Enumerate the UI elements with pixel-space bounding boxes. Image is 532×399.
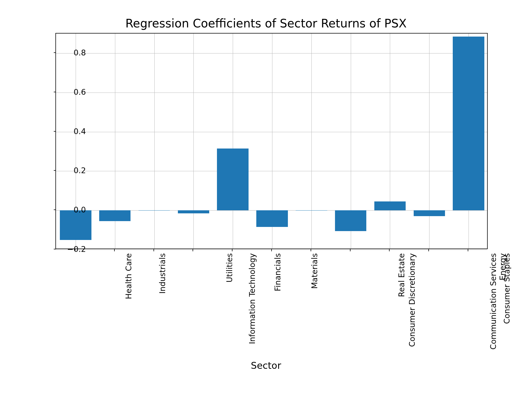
plot-wrap: Regression Coefficients Sector −0.20.00.… — [33, 33, 499, 252]
x-tick — [232, 249, 232, 251]
x-tick — [350, 249, 351, 251]
grid-line-horizontal — [56, 53, 487, 53]
chart-bar — [99, 210, 131, 221]
x-tick — [311, 249, 311, 251]
x-tick — [193, 249, 193, 251]
y-tick — [54, 131, 56, 132]
x-tick — [271, 249, 272, 251]
chart-bar — [335, 210, 366, 231]
grid-line-vertical — [311, 34, 312, 249]
y-tick — [54, 170, 56, 171]
y-tick-label: 0.0 — [73, 205, 86, 214]
grid-line-vertical — [390, 34, 390, 249]
y-tick — [54, 52, 56, 53]
chart-bar — [296, 210, 327, 211]
x-tick-label: Real Estate — [397, 253, 406, 297]
y-tick-label: 0.2 — [73, 166, 86, 175]
chart-container: Regression Coefficients of Sector Return… — [33, 17, 499, 382]
grid-line-vertical — [193, 34, 194, 249]
x-tick — [114, 249, 115, 251]
x-tick-label: Consumer Discretionary — [408, 253, 417, 347]
grid-line-horizontal — [56, 132, 487, 132]
y-tick — [54, 249, 56, 249]
x-tick-label: Communication Services — [489, 253, 498, 350]
x-tick-label: Materials — [310, 253, 319, 289]
x-tick-label: Energy — [498, 253, 507, 280]
x-tick — [468, 249, 468, 251]
x-tick-label: Utilities — [225, 253, 234, 282]
chart-bar — [139, 210, 170, 211]
y-tick — [54, 92, 56, 92]
grid-line-horizontal — [56, 93, 487, 93]
grid-line-horizontal — [56, 171, 487, 171]
plot-area — [55, 33, 488, 249]
grid-line-vertical — [233, 34, 233, 249]
y-tick-label: 0.4 — [73, 127, 86, 136]
chart-title: Regression Coefficients of Sector Return… — [33, 17, 499, 30]
grid-line-vertical — [429, 34, 429, 249]
x-tick — [154, 249, 154, 251]
chart-bar — [60, 210, 91, 240]
x-tick — [389, 249, 390, 251]
chart-bar — [256, 210, 288, 227]
x-tick-label: Information Technology — [247, 253, 257, 344]
grid-line-vertical — [154, 34, 155, 249]
y-tick-label: −0.2 — [67, 245, 86, 254]
x-tick-label: Health Care — [124, 253, 133, 299]
y-tick — [54, 209, 56, 210]
x-tick-label: Financials — [273, 253, 282, 291]
x-tick-label: Industrials — [158, 253, 167, 294]
chart-bar — [374, 201, 406, 210]
x-tick — [428, 249, 429, 251]
chart-bar — [414, 210, 445, 216]
y-tick-label: 0.8 — [73, 48, 86, 57]
chart-bar — [217, 149, 248, 210]
y-tick-label: 0.6 — [73, 87, 86, 96]
chart-bar — [453, 37, 484, 211]
chart-bar — [178, 210, 209, 213]
x-axis-label: Sector — [251, 360, 281, 371]
x-tick — [75, 249, 75, 251]
